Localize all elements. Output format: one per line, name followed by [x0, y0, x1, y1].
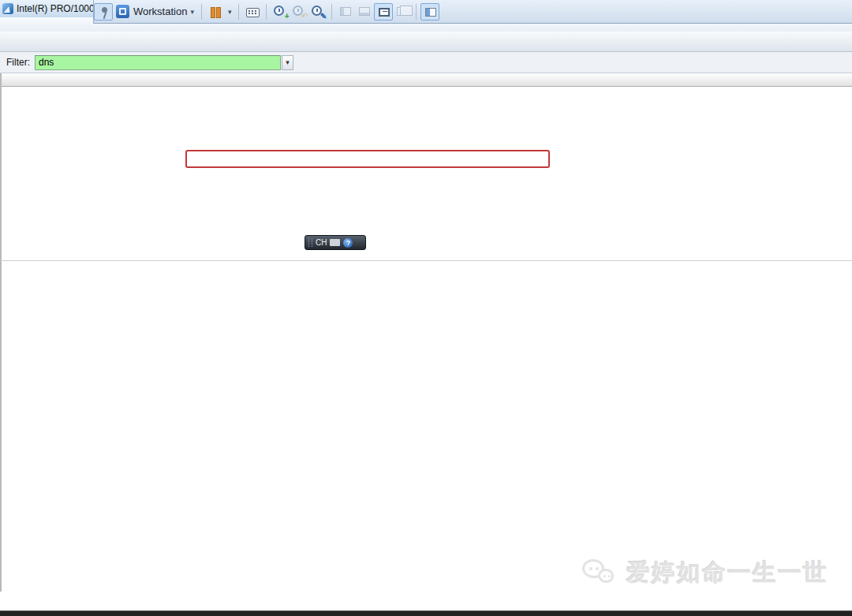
workstation-menu-arrow[interactable]: ▾ — [190, 8, 194, 16]
revert-snapshot-icon: ↶ — [290, 3, 308, 21]
workstation-menu[interactable]: Workstation — [133, 6, 187, 17]
ime-language-label[interactable]: CH — [316, 238, 327, 247]
screen: Intel(R) PRO/1000 M Filter: ▾ Workstatio… — [0, 0, 852, 616]
filter-dropdown-button[interactable]: ▾ — [282, 55, 293, 70]
ime-drag-handle[interactable] — [308, 238, 312, 247]
wireshark-titlebar: Intel(R) PRO/1000 M — [0, 0, 103, 17]
pin-toolbar-icon[interactable] — [94, 3, 113, 21]
wechat-icon — [582, 558, 618, 589]
filter-bar: Filter: ▾ — [0, 52, 852, 73]
keyboard-icon[interactable] — [330, 239, 340, 246]
window-title: Intel(R) PRO/1000 M — [17, 3, 103, 14]
unity-mode-icon — [393, 3, 412, 21]
take-snapshot-icon[interactable]: + — [271, 3, 290, 21]
fullscreen-icon[interactable] — [374, 3, 393, 21]
clipped-row — [2, 87, 852, 90]
packet-details-pane — [0, 260, 852, 592]
console-view-icon — [336, 3, 355, 21]
ime-language-bar[interactable]: CH ? — [305, 235, 366, 250]
filter-label: Filter: — [6, 57, 30, 68]
thumbnail-bar-icon — [355, 3, 374, 21]
manage-snapshots-icon[interactable]: ✎ — [308, 3, 327, 21]
filter-input[interactable] — [35, 55, 281, 70]
bottom-bar — [0, 610, 852, 616]
packet-list-header — [2, 73, 852, 87]
vmware-logo-icon — [116, 5, 129, 18]
library-icon[interactable] — [420, 3, 439, 21]
suspend-vm-button[interactable] — [206, 3, 225, 21]
watermark: 爱婷如命一生一世 — [582, 557, 828, 589]
wireshark-app-icon — [2, 3, 13, 14]
ime-help-icon[interactable]: ? — [343, 238, 353, 248]
main-toolbar — [0, 32, 852, 52]
packet-list — [0, 73, 852, 260]
red-annotation-box — [185, 150, 550, 168]
vmware-toolbar: Workstation ▾ ▾ + ↶ ✎ — [93, 0, 852, 24]
power-menu-arrow[interactable]: ▾ — [228, 8, 232, 16]
watermark-text: 爱婷如命一生一世 — [626, 557, 828, 589]
send-ctrl-alt-del-icon[interactable] — [243, 3, 262, 21]
